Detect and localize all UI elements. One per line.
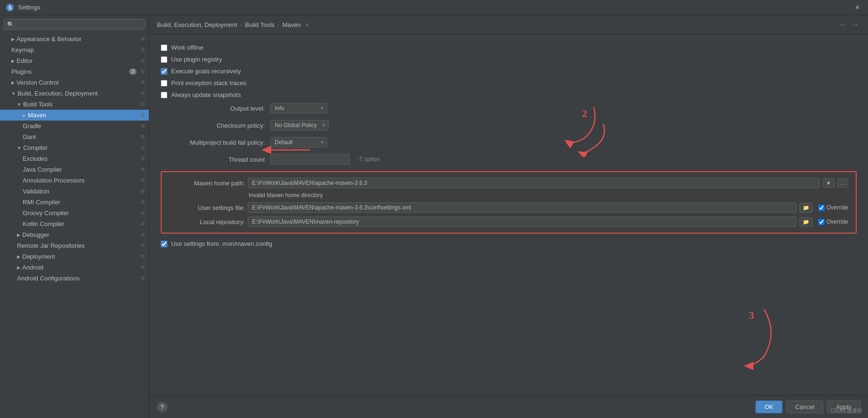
sidebar-item-plugins[interactable]: Plugins 3 ⚙	[0, 66, 149, 77]
work-offline-label[interactable]: Work offline	[171, 44, 203, 51]
execute-goals-label[interactable]: Execute goals recursively	[171, 68, 241, 75]
sidebar-item-gradle[interactable]: Gradle ⚙	[0, 121, 149, 131]
sidebar-item-android-configurations[interactable]: Android Configurations ⚙	[0, 273, 149, 284]
sidebar-item-groovy-compiler[interactable]: Groovy Compiler ⚙	[0, 208, 149, 218]
settings-icon: ⚙	[140, 188, 145, 194]
sidebar-item-label: Kotlin Compiler	[23, 220, 139, 227]
settings-icon: ⚙	[140, 123, 145, 129]
settings-icon: ⚙	[140, 210, 145, 216]
print-exception-checkbox[interactable]	[161, 80, 167, 87]
sidebar-item-gant[interactable]: Gant ⚙	[0, 131, 149, 142]
help-button[interactable]: ?	[157, 402, 167, 412]
close-button[interactable]: ×	[852, 2, 862, 13]
user-settings-row: User settings file: 📁 Override	[169, 202, 848, 213]
ok-button[interactable]: OK	[755, 401, 782, 413]
maven-home-input[interactable]	[248, 178, 820, 188]
sidebar-item-validation[interactable]: Validation ⚙	[0, 186, 149, 197]
search-box[interactable]: 🔍	[4, 19, 145, 30]
checksum-policy-dropdown[interactable]: No Global Policy Fail Warn Ignore	[270, 120, 329, 131]
use-settings-checkbox[interactable]	[161, 241, 167, 247]
expand-arrow-icon: ▶	[11, 80, 15, 85]
settings-icon: ⚙	[140, 232, 145, 238]
title-bar: S Settings ×	[0, 0, 868, 15]
expand-arrow-icon: ▶	[11, 59, 15, 63]
sidebar-item-label: Android	[22, 264, 139, 271]
breadcrumb-nav: ← →	[838, 20, 860, 29]
maven-home-row: Maven home path: ▼ ...	[169, 178, 848, 188]
settings-icon: ⚙	[140, 221, 145, 227]
sidebar-item-kotlin-compiler[interactable]: Kotlin Compiler ⚙	[0, 218, 149, 229]
always-update-label[interactable]: Always update snapshots	[171, 91, 241, 98]
expand-arrow-icon: ▶	[23, 113, 26, 118]
sidebar-item-annotation-processors[interactable]: Annotation Processors ⚙	[0, 175, 149, 186]
sidebar-item-editor[interactable]: ▶ Editor ⚙	[0, 55, 149, 66]
nav-forward-button[interactable]: →	[850, 20, 860, 29]
sidebar-item-build-tools[interactable]: ▼ Build Tools ⚙	[0, 99, 149, 110]
sidebar-item-rmi-compiler[interactable]: RMI Compiler ⚙	[0, 197, 149, 208]
local-repo-input[interactable]	[248, 217, 797, 227]
sidebar-item-appearance[interactable]: ▶ Appearance & Behavior ⚙	[0, 34, 149, 44]
multiproject-policy-dropdown[interactable]: Default At end Never Fail fast	[270, 137, 327, 148]
breadcrumb-sep-2: ›	[278, 21, 279, 28]
always-update-checkbox[interactable]	[161, 92, 167, 98]
sidebar-item-label: Gradle	[23, 122, 139, 130]
local-repo-row: Local repository: 📁 Override	[169, 217, 848, 227]
local-repo-label: Local repository:	[169, 218, 245, 226]
settings-icon: ⚙	[140, 166, 145, 173]
use-settings-label[interactable]: Use settings from .mvn/maven.config	[171, 240, 272, 247]
thread-count-row: Thread count -T option	[161, 154, 857, 165]
sidebar-item-java-compiler[interactable]: Java Compiler ⚙	[0, 164, 149, 175]
execute-goals-checkbox[interactable]	[161, 68, 167, 75]
sidebar-item-build-execution[interactable]: ▼ Build, Execution, Deployment ⚙	[0, 88, 149, 99]
maven-home-dropdown-btn[interactable]: ▼	[823, 178, 834, 188]
sidebar-item-keymap[interactable]: Keymap ⚙	[0, 44, 149, 55]
use-plugin-registry-checkbox[interactable]	[161, 56, 167, 63]
user-settings-input[interactable]	[248, 202, 797, 213]
settings-icon: ⚙	[140, 134, 145, 140]
sidebar-item-label: Android Configurations	[17, 275, 139, 282]
sidebar-item-deployment[interactable]: ▶ Deployment ⚙	[0, 251, 149, 262]
sidebar-item-version-control[interactable]: ▶ Version Control ⚙	[0, 77, 149, 88]
settings-window: S Settings × 🔍 ▶ Appearance & Behavior ⚙…	[0, 0, 868, 418]
nav-back-button[interactable]: ←	[838, 20, 848, 29]
sidebar-item-remote-jar[interactable]: Remote Jar Repositories ⚙	[0, 240, 149, 251]
sidebar-item-label: Excludes	[23, 155, 139, 162]
thread-count-label: Thread count	[161, 156, 265, 163]
expand-arrow-icon: ▶	[17, 233, 20, 237]
use-settings-row: Use settings from .mvn/maven.config	[161, 240, 857, 247]
settings-panel: Work offline Use plugin registry Execute…	[149, 35, 868, 395]
user-settings-browse-btn[interactable]: 📁	[799, 203, 813, 213]
sidebar-item-label: Appearance & Behavior	[17, 35, 139, 43]
search-input[interactable]	[16, 21, 142, 28]
expand-arrow-icon: ▶	[17, 254, 20, 259]
local-repo-browse-btn[interactable]: 📁	[799, 217, 813, 227]
settings-icon: ⚙	[140, 90, 145, 96]
work-offline-checkbox[interactable]	[161, 44, 167, 51]
sidebar-item-maven[interactable]: ▶ Maven ⚙	[0, 110, 149, 121]
settings-icon: ⚙	[140, 275, 145, 281]
settings-icon: ⚙	[140, 177, 145, 183]
sidebar-item-compiler[interactable]: ▼ Compiler ⚙	[0, 142, 149, 153]
sidebar-item-android[interactable]: ▶ Android ⚙	[0, 262, 149, 273]
output-level-dropdown[interactable]: Info Debug Quiet	[270, 103, 327, 113]
breadcrumb-icon: ≡	[305, 22, 308, 27]
sidebar-item-debugger[interactable]: ▶ Debugger ⚙	[0, 229, 149, 240]
cancel-button[interactable]: Cancel	[786, 401, 823, 413]
sidebar-item-label: Validation	[23, 188, 139, 195]
sidebar-item-label: Debugger	[22, 231, 139, 238]
maven-home-browse-btn[interactable]: ...	[837, 178, 848, 188]
sidebar-item-label: Plugins	[11, 68, 129, 75]
user-settings-override-checkbox[interactable]	[818, 205, 825, 211]
multiproject-policy-row: Multiproject build fail policy: Default …	[161, 137, 857, 148]
app-icon: S	[6, 3, 14, 12]
sidebar-item-label: Remote Jar Repositories	[17, 242, 139, 249]
execute-goals-row: Execute goals recursively	[161, 68, 857, 75]
use-plugin-registry-label[interactable]: Use plugin registry	[171, 56, 222, 63]
sidebar-item-excludes[interactable]: Excludes ⚙	[0, 153, 149, 164]
expand-arrow-icon: ▶	[11, 37, 15, 42]
settings-icon: ⚙	[140, 243, 145, 249]
thread-count-input[interactable]	[270, 154, 350, 165]
svg-text:S: S	[9, 5, 12, 10]
print-exception-label[interactable]: Print exception stack traces	[171, 79, 246, 87]
local-repo-override-checkbox[interactable]	[818, 219, 825, 225]
